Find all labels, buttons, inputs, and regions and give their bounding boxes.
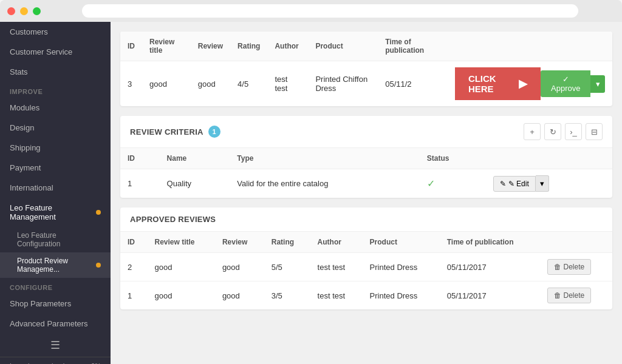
- main-content: ID Review title Review Rating Author Pro…: [111, 22, 622, 364]
- cell-rating: 4/5: [230, 61, 267, 107]
- cell-review: good: [191, 61, 230, 107]
- app-rating-0: 5/5: [264, 253, 310, 281]
- status-check-icon: ✓: [427, 178, 435, 189]
- sidebar: Customers Customer Service Stats IMPROVE…: [0, 22, 111, 364]
- database-criteria-button[interactable]: ⊟: [586, 123, 603, 140]
- col-app-product: Product: [363, 232, 440, 253]
- sidebar-item-product-review-management[interactable]: Product Review Manageme...: [0, 252, 111, 278]
- cell-author: test test: [267, 61, 308, 107]
- sidebar-item-leo-feature-management[interactable]: Leo Feature Management: [0, 198, 111, 227]
- col-criteria-type: Type: [230, 148, 419, 169]
- app-title-0: good: [148, 253, 215, 281]
- app-action-1: 🗑 Delete: [540, 281, 612, 310]
- cell-product: Printed Chiffon Dress: [308, 61, 378, 107]
- sidebar-item-shipping[interactable]: Shipping: [0, 138, 111, 158]
- app-rating-1: 3/5: [264, 281, 310, 310]
- sidebar-item-customers[interactable]: Customers: [0, 22, 111, 42]
- cell-time: 05/11/2: [378, 61, 448, 107]
- criteria-header-row: ID Name Type Status: [120, 148, 612, 169]
- improve-section-label: IMPROVE: [0, 82, 111, 98]
- edit-criteria-button[interactable]: ✎ ✎ Edit: [493, 176, 536, 192]
- col-app-review: Review: [215, 232, 264, 253]
- app-review-1: good: [215, 281, 264, 310]
- col-app-id: ID: [120, 232, 148, 253]
- col-time: Time of publication: [378, 32, 448, 61]
- badge-dot-icon: [96, 210, 101, 215]
- click-here-banner[interactable]: CLICK HERE ▶: [455, 67, 541, 100]
- col-app-title: Review title: [148, 232, 215, 253]
- review-criteria-actions: + ↻ ›_ ⊟: [524, 123, 603, 140]
- table-row: 3 good good 4/5 test test Printed Chiffo…: [120, 61, 612, 107]
- sidebar-item-design[interactable]: Design: [0, 118, 111, 138]
- add-criteria-button[interactable]: +: [524, 123, 541, 140]
- delete-review-button-0[interactable]: 🗑 Delete: [547, 259, 591, 275]
- cell-id: 3: [120, 61, 142, 107]
- maximize-button[interactable]: [33, 7, 41, 15]
- sidebar-item-advanced-parameters[interactable]: Advanced Parameters: [0, 314, 111, 334]
- app-title-1: good: [148, 281, 215, 310]
- col-app-actions: [540, 232, 612, 253]
- col-app-rating: Rating: [264, 232, 310, 253]
- sidebar-item-payment[interactable]: Payment: [0, 158, 111, 178]
- delete-review-button-1[interactable]: 🗑 Delete: [547, 288, 591, 303]
- col-criteria-status: Status: [420, 148, 486, 169]
- refresh-criteria-button[interactable]: ↻: [544, 123, 561, 140]
- approved-reviews-title: APPROVED REVIEWS: [130, 215, 216, 224]
- col-app-author: Author: [310, 232, 363, 253]
- click-here-label: CLICK HERE: [468, 73, 514, 94]
- approved-reviews-table: ID Review title Review Rating Author Pro…: [120, 232, 612, 309]
- col-criteria-name: Name: [160, 148, 230, 169]
- review-criteria-count: 1: [208, 126, 220, 138]
- app-product-1: Printed Dress: [363, 281, 440, 310]
- terminal-icon: ›_: [570, 127, 577, 136]
- app-product-0: Printed Dress: [363, 253, 440, 281]
- launch-bar: Launch your shop! 0%: [0, 357, 111, 364]
- pencil-icon: ✎: [500, 180, 506, 188]
- app-id-0: 2: [120, 253, 148, 281]
- configure-section-label: CONFIGURE: [0, 278, 111, 294]
- sidebar-item-leo-feature-configuration[interactable]: Leo Feature Configuration: [0, 227, 111, 252]
- app-author-1: test test: [310, 281, 363, 310]
- col-actions: [448, 32, 612, 61]
- sidebar-item-modules[interactable]: Modules: [0, 98, 111, 118]
- sidebar-item-shop-parameters[interactable]: Shop Parameters: [0, 294, 111, 314]
- approve-dropdown-button[interactable]: ▾: [590, 75, 605, 93]
- approve-label: ✓ Approve: [549, 75, 582, 93]
- app-author-0: test test: [310, 253, 363, 281]
- app-time-1: 05/11/2017: [440, 281, 540, 310]
- criteria-type: Valid for the entire catalog: [230, 169, 419, 198]
- refresh-icon: ↻: [550, 127, 556, 136]
- edit-criteria-dropdown-button[interactable]: ▾: [536, 175, 549, 192]
- review-criteria-title: REVIEW CRITERIA 1: [130, 126, 220, 138]
- sidebar-item-stats[interactable]: Stats: [0, 62, 111, 82]
- chevron-down-icon: ▾: [596, 79, 600, 89]
- sidebar-item-international[interactable]: International: [0, 178, 111, 198]
- terminal-criteria-button[interactable]: ›_: [565, 123, 582, 140]
- app-review-0: good: [215, 253, 264, 281]
- col-review: Review: [191, 32, 230, 61]
- col-app-time: Time of publication: [440, 232, 540, 253]
- app-id-1: 1: [120, 281, 148, 310]
- app-time-0: 05/11/2017: [440, 253, 540, 281]
- pending-reviews-card: ID Review title Review Rating Author Pro…: [120, 32, 612, 106]
- pending-reviews-header-row: ID Review title Review Rating Author Pro…: [120, 32, 612, 61]
- col-criteria-actions: [486, 148, 612, 169]
- sidebar-item-customer-service[interactable]: Customer Service: [0, 42, 111, 62]
- criteria-status: ✓: [420, 169, 486, 198]
- pending-reviews-table: ID Review title Review Rating Author Pro…: [120, 32, 612, 106]
- table-row: 2 good good 5/5 test test Printed Dress …: [120, 253, 612, 281]
- col-review-title: Review title: [142, 32, 191, 61]
- col-criteria-id: ID: [120, 148, 160, 169]
- table-row: 1 Quality Valid for the entire catalog ✓…: [120, 169, 612, 198]
- approve-button[interactable]: ✓ Approve: [541, 70, 590, 97]
- criteria-action-cell: ✎ ✎ Edit ▾: [486, 169, 612, 198]
- close-button[interactable]: [7, 7, 15, 15]
- chevron-edit-icon: ▾: [540, 179, 544, 188]
- click-here-arrow-icon: ▶: [519, 77, 527, 90]
- address-bar[interactable]: [82, 4, 578, 18]
- approved-reviews-card: APPROVED REVIEWS ID Review title Review …: [120, 207, 612, 309]
- minimize-button[interactable]: [20, 7, 28, 15]
- col-author: Author: [267, 32, 308, 61]
- col-id: ID: [120, 32, 142, 61]
- hamburger-menu-icon[interactable]: ☰: [0, 334, 111, 357]
